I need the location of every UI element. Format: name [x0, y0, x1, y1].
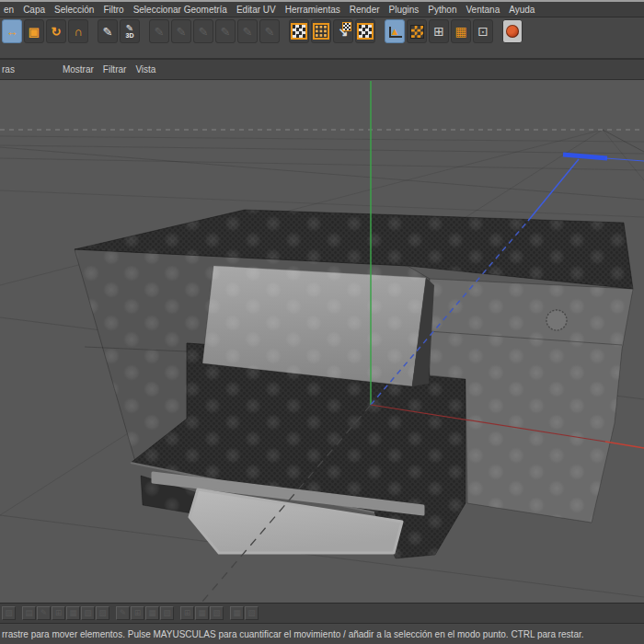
paint-brush-tool-button[interactable]: ✎ — [98, 19, 118, 43]
uv-grid-dots-button[interactable]: ▦ — [451, 19, 471, 43]
bottom-tool-icon: ▦ — [148, 609, 156, 617]
bottom-tool-icon: ⊞ — [55, 609, 63, 617]
bottom-tool-2-2[interactable]: ▦ — [145, 606, 159, 620]
menu-item-python[interactable]: Python — [428, 5, 456, 15]
bottom-tool-icon: ▧ — [84, 609, 92, 617]
bottom-tool-icon: ▧ — [247, 609, 256, 617]
uv-pen-tool-button[interactable]: ✎ — [259, 19, 280, 43]
uv-tool-4-button[interactable]: ✎ — [215, 19, 236, 43]
menu-item-editar-uv[interactable]: Editar UV — [236, 5, 276, 15]
bottom-tool-1-1[interactable]: ✎ — [37, 606, 51, 620]
bottom-tool-icon: ▧ — [213, 609, 221, 617]
menu-item-selección[interactable]: Selección — [54, 5, 94, 15]
viewport-3d[interactable] — [0, 80, 644, 603]
uvpen-icon: ✎ — [221, 26, 231, 38]
status-text: rrastre para mover elementos. Pulse MAYU… — [0, 629, 584, 639]
rotate-tool-button[interactable]: ↻ — [46, 19, 66, 43]
menu-item-herramientas[interactable]: Herramientas — [285, 5, 340, 15]
viewport-menubar: rasMostrarFiltrarVista — [0, 60, 644, 79]
uv-tool-5-button[interactable]: ✎ — [237, 19, 258, 43]
bottom-tool-1-4[interactable]: ▧ — [81, 606, 95, 620]
bottom-tool-icon: ▨ — [5, 609, 13, 617]
menu-item-en[interactable]: en — [4, 5, 14, 15]
bottom-tool-icon: ✎ — [120, 609, 127, 617]
vpmenu-item-ras[interactable]: ras — [2, 64, 15, 75]
vpmenu-item-filtrar[interactable]: Filtrar — [103, 64, 127, 75]
brush3d-label: 3D — [126, 32, 134, 39]
uv-grid-squares-button[interactable] — [407, 19, 427, 43]
vpmenu-item-mostrar[interactable]: Mostrar — [63, 64, 94, 75]
uvpen-icon: ✎ — [155, 26, 165, 38]
bottom-tool-group-2: ✎⊞▦▧ — [116, 606, 174, 620]
bottom-tool-icon: ▨ — [98, 609, 107, 617]
bottom-tool-group-1: ▤✎⊞▦▧▨ — [22, 606, 109, 620]
bottom-tool-4-0[interactable]: ▦ — [230, 606, 244, 620]
bottom-tool-group-4: ▦▧ — [230, 606, 259, 620]
uv-grid-cell-button[interactable]: ⊡ — [473, 19, 493, 43]
bottom-tool-1-0[interactable]: ▤ — [22, 606, 36, 620]
uvpen-icon: ✎ — [177, 26, 187, 38]
menu-item-plugins[interactable]: Plugins — [389, 5, 420, 15]
menu-item-ventana[interactable]: Ventana — [466, 5, 500, 15]
uvpen-icon: ✎ — [199, 26, 209, 38]
bottom-tool-icon: ✎ — [40, 609, 48, 617]
bottom-tool-4-1[interactable]: ▧ — [245, 606, 259, 620]
uv-texture-view-button[interactable] — [355, 19, 375, 43]
uv-mesh-layout-button[interactable]: ▲ — [385, 19, 405, 43]
griddots-icon: ▦ — [454, 25, 466, 38]
app-window: enCapaSelecciónFiltroSeleccionar Geometr… — [0, 0, 644, 644]
bottom-tool-2-1[interactable]: ⊞ — [131, 606, 144, 620]
uv-tool-2-button[interactable]: ✎ — [171, 19, 191, 43]
bottom-tool-2-0[interactable]: ✎ — [116, 606, 130, 620]
bottom-tool-3-2[interactable]: ▧ — [210, 606, 224, 620]
bottom-toolbar: ▨▤✎⊞▦▧▨✎⊞▦▧⊞▦▧▦▧ — [0, 604, 644, 623]
viewport-canvas[interactable] — [0, 80, 644, 603]
menu-item-seleccionar-geometría[interactable]: Seleccionar Geometría — [133, 5, 227, 15]
bottom-tool-2-3[interactable]: ▧ — [160, 606, 174, 620]
magnet-icon: ∩ — [74, 26, 82, 38]
bottom-tool-icon: ▧ — [163, 609, 171, 617]
bottom-tool-group-0: ▨ — [2, 606, 16, 620]
menu-item-filtro[interactable]: Filtro — [103, 5, 123, 15]
vpmenu-item-vista[interactable]: Vista — [135, 64, 155, 75]
move-tool-button[interactable]: ↔ — [2, 19, 22, 43]
bottom-tool-0-0[interactable]: ▨ — [2, 606, 16, 620]
bottom-tool-icon: ▦ — [233, 609, 241, 617]
bottom-tool-3-0[interactable]: ⊞ — [180, 606, 194, 620]
axis-icon: ▲ — [390, 27, 400, 37]
scale-tool-button[interactable]: ▣ — [24, 19, 44, 43]
uv-select-points-button[interactable] — [311, 19, 331, 43]
bottom-tool-icon: ⊞ — [184, 609, 191, 617]
uv-grid-wide-button[interactable]: ⊞ — [429, 19, 449, 43]
menu-item-capa[interactable]: Capa — [23, 5, 45, 15]
uv-select-polygons-button[interactable] — [289, 19, 309, 43]
toolbar: ↔▣↻∩✎✎3D✎✎✎✎✎✎↘▲⊞▦⊡ — [0, 17, 644, 58]
bottom-tool-1-2[interactable]: ⊞ — [52, 606, 65, 620]
bottom-tool-icon: ▤ — [25, 609, 33, 617]
bottom-tool-1-5[interactable]: ▨ — [96, 606, 109, 620]
gridwide-icon: ⊞ — [433, 25, 444, 38]
bottom-tool-icon: ▦ — [198, 609, 206, 617]
bottom-tool-icon: ▦ — [69, 609, 77, 617]
uvpen-icon: ✎ — [243, 26, 253, 38]
menu-item-ayuda[interactable]: Ayuda — [509, 5, 535, 15]
rotate-icon: ↻ — [52, 26, 62, 38]
scale-icon: ▣ — [29, 26, 40, 38]
menubar: enCapaSelecciónFiltroSeleccionar Geometr… — [0, 2, 644, 17]
uvpen-icon: ✎ — [265, 26, 275, 38]
uv-tool-3-button[interactable]: ✎ — [193, 19, 213, 43]
grid4-icon: ⊡ — [477, 25, 489, 38]
printer-power-button — [546, 310, 567, 330]
menu-item-render[interactable]: Render — [350, 5, 380, 15]
uv-move-texture-button[interactable]: ↘ — [333, 19, 353, 43]
bottom-tool-1-3[interactable]: ▦ — [66, 606, 80, 620]
paint-3d-tool-button[interactable]: ✎3D — [120, 19, 140, 43]
uv-sphere-projection-button[interactable] — [502, 19, 523, 43]
magnet-tool-button[interactable]: ∩ — [68, 19, 88, 43]
printer-model[interactable] — [75, 210, 633, 558]
uv-tool-1-button[interactable]: ✎ — [149, 19, 169, 43]
move-icon: ↔ — [6, 26, 18, 38]
statusbar: rrastre para mover elementos. Pulse MAYU… — [0, 623, 644, 644]
bottom-tool-3-1[interactable]: ▦ — [195, 606, 209, 620]
checkermove-icon: ↘ — [339, 26, 349, 38]
